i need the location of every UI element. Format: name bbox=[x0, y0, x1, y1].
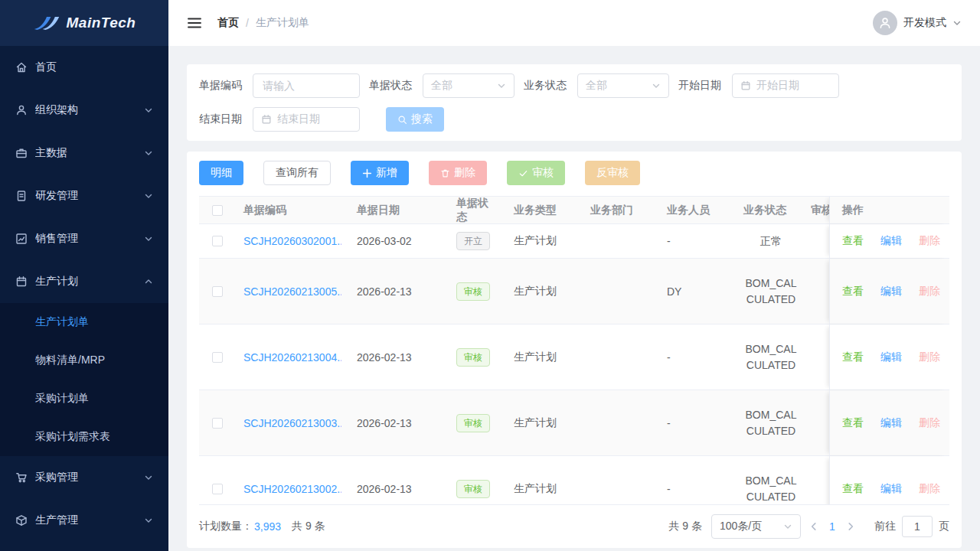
search-icon bbox=[397, 115, 407, 125]
sidebar-item-label: 生产计划 bbox=[35, 275, 144, 289]
sidebar-subitem-label: 采购计划需求表 bbox=[35, 430, 110, 444]
page-content: 单据编码 单据状态 全部 业务状态 全部 bbox=[168, 46, 980, 551]
column-header-audit: 审核 bbox=[806, 197, 829, 223]
end-date-placeholder: 结束日期 bbox=[277, 112, 320, 126]
edit-link[interactable]: 编辑 bbox=[880, 234, 902, 248]
row-checkbox[interactable] bbox=[212, 286, 223, 297]
breadcrumb: 首页 / 生产计划单 bbox=[217, 16, 309, 30]
view-link[interactable]: 查看 bbox=[842, 234, 864, 248]
prev-page-icon[interactable] bbox=[808, 521, 819, 532]
doc-date-cell: 2026-03-02 bbox=[349, 224, 449, 258]
brand-logo: MainTech bbox=[0, 0, 168, 46]
row-checkbox[interactable] bbox=[212, 236, 223, 246]
calendar-icon bbox=[261, 114, 272, 125]
audit-button[interactable]: 审核 bbox=[507, 161, 565, 185]
doc-code-link[interactable]: SCJH20260213004... bbox=[243, 351, 341, 364]
delete-link[interactable]: 删除 bbox=[919, 416, 940, 430]
doc-status-select[interactable]: 全部 bbox=[423, 73, 514, 98]
biz-dept-cell bbox=[583, 390, 659, 455]
unaudit-button[interactable]: 反审核 bbox=[585, 161, 640, 185]
column-header-biz-type: 业务类型 bbox=[506, 197, 583, 223]
delete-link[interactable]: 删除 bbox=[919, 350, 940, 364]
sidebar-item-master-data[interactable]: 主数据 bbox=[0, 132, 168, 174]
edit-link[interactable]: 编辑 bbox=[880, 350, 902, 364]
goto-label: 前往 bbox=[874, 520, 896, 533]
doc-code-link[interactable]: SCJH20260302001... bbox=[243, 235, 341, 247]
edit-link[interactable]: 编辑 bbox=[880, 482, 902, 496]
edit-link[interactable]: 编辑 bbox=[880, 285, 902, 298]
delete-link[interactable]: 删除 bbox=[919, 482, 940, 496]
doc-code-link[interactable]: SCJH20260213003... bbox=[243, 417, 341, 429]
row-checkbox[interactable] bbox=[212, 352, 223, 363]
sidebar-item-label: 生产管理 bbox=[35, 514, 144, 527]
row-checkbox[interactable] bbox=[212, 418, 223, 429]
breadcrumb-separator: / bbox=[246, 17, 249, 29]
select-all-checkbox[interactable] bbox=[212, 205, 223, 216]
edit-link[interactable]: 编辑 bbox=[880, 416, 902, 430]
delete-link[interactable]: 删除 bbox=[919, 285, 940, 298]
row-checkbox[interactable] bbox=[212, 484, 223, 494]
sidebar-subitem-purchase-plan-order[interactable]: 采购计划单 bbox=[0, 380, 168, 418]
sidebar-item-production-mgmt[interactable]: 生产管理 bbox=[0, 499, 168, 542]
toolbar: 明细 查询所有 新增 删除 审核 反审核 bbox=[199, 161, 949, 185]
column-header-doc-status: 单据状态 bbox=[449, 197, 506, 223]
page-number[interactable]: 1 bbox=[827, 520, 838, 533]
chevron-up-icon bbox=[144, 277, 153, 286]
sidebar-item-production-plan[interactable]: 生产计划 bbox=[0, 260, 168, 303]
detail-button[interactable]: 明细 bbox=[199, 161, 243, 185]
org-icon bbox=[15, 104, 28, 116]
query-all-button[interactable]: 查询所有 bbox=[263, 161, 331, 185]
delete-button-label: 删除 bbox=[454, 166, 475, 180]
start-date-picker[interactable]: 开始日期 bbox=[732, 73, 839, 98]
add-button[interactable]: 新增 bbox=[351, 161, 409, 185]
view-link[interactable]: 查看 bbox=[842, 285, 864, 298]
start-date-label: 开始日期 bbox=[678, 79, 721, 93]
biz-status-select[interactable]: 全部 bbox=[577, 73, 669, 98]
sidebar-subitem-label: 采购计划单 bbox=[35, 392, 89, 406]
sidebar-subitem-bom-mrp[interactable]: 物料清单/MRP bbox=[0, 341, 168, 380]
end-date-picker[interactable]: 结束日期 bbox=[253, 107, 360, 132]
goto-page-input[interactable] bbox=[902, 516, 933, 537]
plan-count-value: 3,993 bbox=[254, 520, 281, 533]
chevron-down-icon bbox=[144, 106, 153, 115]
biz-dept-cell bbox=[583, 259, 659, 324]
table-panel: 明细 查询所有 新增 删除 审核 反审核 bbox=[187, 152, 962, 548]
doc-date-cell: 2026-02-13 bbox=[349, 259, 449, 324]
check-icon bbox=[518, 168, 528, 178]
home-icon bbox=[15, 61, 28, 73]
sidebar-item-label: 采购管理 bbox=[35, 471, 144, 484]
delete-link[interactable]: 删除 bbox=[919, 234, 940, 248]
search-button-label: 搜索 bbox=[411, 112, 433, 126]
user-menu[interactable]: 开发模式 bbox=[873, 11, 962, 35]
view-link[interactable]: 查看 bbox=[842, 416, 864, 430]
breadcrumb-home[interactable]: 首页 bbox=[217, 16, 239, 30]
hamburger-icon[interactable] bbox=[187, 17, 202, 29]
page-size-select[interactable]: 100条/页 bbox=[711, 514, 801, 539]
biz-status-cell: 正常 bbox=[736, 224, 806, 258]
sidebar-item-label: 销售管理 bbox=[35, 232, 144, 246]
sidebar-item-sales[interactable]: 销售管理 bbox=[0, 217, 168, 260]
chevron-down-icon bbox=[952, 18, 962, 28]
sidebar-item-rnd[interactable]: 研发管理 bbox=[0, 174, 168, 217]
view-link[interactable]: 查看 bbox=[842, 350, 864, 364]
sidebar-subitem-production-plan-order[interactable]: 生产计划单 bbox=[0, 303, 168, 341]
table-row: SCJH20260213005... 2026-02-13 审核 生产计划 DY… bbox=[199, 259, 949, 324]
brand-name: MainTech bbox=[67, 15, 136, 31]
table-row: SCJH20260213002... 2026-02-13 审核 生产计划 - … bbox=[199, 456, 949, 505]
biz-dept-cell bbox=[583, 324, 659, 390]
biz-dept-cell bbox=[583, 456, 659, 505]
view-link[interactable]: 查看 bbox=[842, 482, 864, 496]
doc-code-link[interactable]: SCJH20260213005... bbox=[243, 285, 341, 298]
column-header-doc-code: 单据编码 bbox=[236, 197, 349, 223]
search-button[interactable]: 搜索 bbox=[386, 107, 444, 132]
biz-type-cell: 生产计划 bbox=[506, 259, 583, 324]
doc-code-input[interactable] bbox=[253, 73, 360, 98]
sidebar-subitem-purchase-plan-demand[interactable]: 采购计划需求表 bbox=[0, 418, 168, 456]
sidebar-item-home[interactable]: 首页 bbox=[0, 46, 168, 89]
sidebar-item-purchase[interactable]: 采购管理 bbox=[0, 456, 168, 499]
doc-code-link[interactable]: SCJH20260213002... bbox=[243, 483, 341, 495]
main-area: 首页 / 生产计划单 开发模式 单据编码 bbox=[168, 0, 980, 551]
sidebar-item-org[interactable]: 组织架构 bbox=[0, 89, 168, 132]
delete-button[interactable]: 删除 bbox=[429, 161, 487, 185]
next-page-icon[interactable] bbox=[845, 521, 856, 532]
